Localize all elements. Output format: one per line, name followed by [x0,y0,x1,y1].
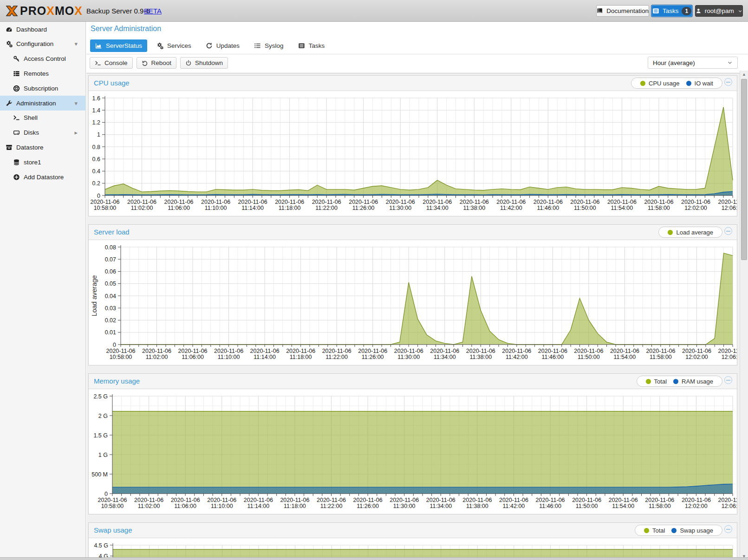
svg-text:2020-11-06: 2020-11-06 [90,199,119,205]
svg-text:2 G: 2 G [98,413,108,419]
plus-circle-icon [13,174,20,181]
svg-text:2020-11-06: 2020-11-06 [322,348,351,354]
legend-item[interactable]: Swap usage [671,527,713,534]
svg-text:0.06: 0.06 [105,268,116,275]
documentation-button[interactable]: Documentation [596,5,649,17]
console-button[interactable]: Console [90,57,133,69]
sidebar-item-disks[interactable]: Disks▸ [0,125,86,140]
sidebar-item-label: Disks [24,129,39,136]
collapse-arrow-icon[interactable]: ▾ [74,100,78,107]
svg-text:2020-11-06: 2020-11-06 [609,497,638,503]
tab-updates[interactable]: Updates [201,39,245,52]
collapse-panel-button[interactable] [724,525,732,533]
svg-text:0: 0 [97,193,100,199]
sidebar-item-store1[interactable]: store1 [0,155,86,169]
sidebar-item-administration[interactable]: Administration▾ [0,96,86,111]
sidebar-item-dashboard[interactable]: Dashboard [0,22,86,37]
reboot-button[interactable]: Reboot [137,57,177,69]
beta-link[interactable]: BETA [144,7,162,15]
tab-label: Services [167,42,191,49]
svg-text:11:58:00: 11:58:00 [649,503,671,509]
power-icon [185,60,192,66]
expand-arrow-icon[interactable]: ▸ [74,129,78,136]
blue-series-dot [671,528,676,533]
svg-text:11:02:00: 11:02:00 [138,503,160,509]
svg-text:10:58:00: 10:58:00 [94,205,117,211]
tab-tasks[interactable]: Tasks [293,39,330,52]
scrollbar-thumb[interactable] [741,79,747,260]
sidebar-item-label: Access Control [24,55,66,62]
sidebar-item-configuration[interactable]: Configuration▾ [0,37,86,52]
panel-title: Swap usage [94,523,132,538]
sidebar-item-remotes[interactable]: Remotes [0,66,86,81]
svg-text:2020-11-06: 2020-11-06 [496,199,526,205]
svg-text:2020-11-06: 2020-11-06 [682,497,711,503]
svg-text:2020-11-06: 2020-11-06 [682,348,711,354]
green-series-dot [668,230,673,235]
vertical-scrollbar[interactable]: ▲ ▼ [740,71,748,560]
tab-separator [86,54,748,54]
legend-item[interactable]: Load average [668,229,713,236]
user-menu-button[interactable]: root@pam [695,5,743,17]
tab-services[interactable]: Services [151,39,196,52]
svg-text:1: 1 [97,131,100,138]
chart-legend: TotalRAM usage [637,376,722,387]
svg-text:2020-11-06: 2020-11-06 [244,497,273,503]
chevron-down-icon [738,8,742,14]
legend-item[interactable]: Total [644,527,665,534]
disk-icon [13,129,20,136]
svg-text:0.6: 0.6 [92,156,100,163]
gears-icon [6,40,13,47]
svg-text:11:50:00: 11:50:00 [576,503,598,509]
svg-text:4.5 G: 4.5 G [94,542,108,549]
svg-text:11:58:00: 11:58:00 [648,205,670,211]
sidebar: DashboardConfiguration▾Access ControlRem… [0,22,86,557]
svg-text:2020-11-06: 2020-11-06 [645,497,674,503]
legend-item[interactable]: IO wait [686,80,713,87]
sidebar-item-subscription[interactable]: Subscription [0,81,86,96]
chart-legend: TotalSwap usage [635,525,722,536]
database-icon [13,159,20,166]
svg-text:11:14:00: 11:14:00 [254,354,276,360]
collapse-panel-button[interactable] [724,78,732,86]
toolbar: ConsoleRebootShutdown [90,57,232,69]
svg-text:2020-11-06: 2020-11-06 [423,199,452,205]
svg-text:500 M: 500 M [91,471,108,478]
chart-legend: Load average [658,227,722,238]
tasks-button[interactable]: Tasks 1 [651,5,692,17]
svg-text:11:14:00: 11:14:00 [247,503,269,509]
legend-item[interactable]: RAM usage [673,378,713,385]
svg-text:11:58:00: 11:58:00 [650,354,672,360]
svg-text:1.2: 1.2 [92,119,100,126]
horizontal-scrollbar[interactable] [0,557,748,560]
legend-item[interactable]: CPU usage [640,80,679,87]
time-range-select[interactable]: Hour (average) [648,57,738,69]
svg-text:2020-11-06: 2020-11-06 [353,497,383,503]
svg-text:10:58:00: 10:58:00 [101,503,124,509]
svg-text:11:10:00: 11:10:00 [211,503,233,509]
collapse-panel-button[interactable] [724,227,732,235]
collapse-panel-button[interactable] [724,376,732,384]
svg-text:2020-11-06: 2020-11-06 [502,348,531,354]
svg-text:11:34:00: 11:34:00 [426,205,449,211]
svg-text:0.08: 0.08 [105,244,116,251]
tab-serverstatus[interactable]: ServerStatus [90,39,147,52]
gears-icon [156,42,163,49]
proxmox-logo: PROXMOX [5,4,83,18]
tab-syslog[interactable]: Syslog [249,39,289,52]
sidebar-item-access-control[interactable]: Access Control [0,52,86,66]
sidebar-item-datastore[interactable]: Datastore [0,140,86,155]
sidebar-item-shell[interactable]: Shell [0,111,86,125]
svg-text:2020-11-06: 2020-11-06 [386,199,415,205]
collapse-arrow-icon[interactable]: ▾ [74,40,78,47]
legend-item[interactable]: Total [646,378,667,385]
sidebar-item-add-datastore[interactable]: Add Datastore [0,169,86,184]
memory-usage-panel: Memory usageTotalRAM usage0500 M1 G1.5 G… [88,373,737,514]
gauge-icon [6,26,13,33]
scroll-up-arrow[interactable]: ▲ [740,71,748,78]
svg-text:12:02:00: 12:02:00 [684,205,707,211]
sidebar-item-label: Shell [24,114,38,121]
svg-text:11:18:00: 11:18:00 [284,503,306,509]
shutdown-button[interactable]: Shutdown [180,57,228,69]
svg-text:2020-11-06: 2020-11-06 [646,348,675,354]
